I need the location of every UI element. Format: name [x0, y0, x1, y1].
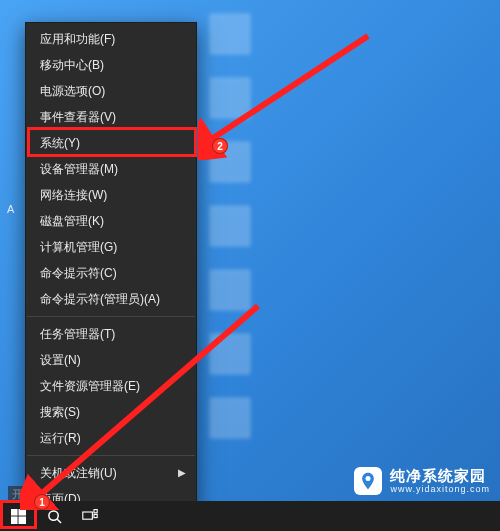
menu-item-label: 任务管理器(T): [40, 327, 115, 341]
menu-settings[interactable]: 设置(N): [26, 347, 196, 373]
menu-item-label: 关机或注销(U): [40, 466, 117, 480]
menu-item-label: 文件资源管理器(E): [40, 379, 140, 393]
svg-rect-1: [18, 509, 26, 516]
menu-item-label: 命令提示符(C): [40, 266, 117, 280]
menu-mobility-center[interactable]: 移动中心(B): [26, 52, 196, 78]
svg-rect-0: [11, 509, 18, 516]
menu-item-label: 电源选项(O): [40, 84, 105, 98]
taskbar: [0, 501, 500, 531]
svg-line-5: [57, 519, 61, 523]
watermark-url: www.yidaxitong.com: [390, 484, 490, 494]
svg-rect-2: [11, 516, 18, 524]
menu-task-manager[interactable]: 任务管理器(T): [26, 321, 196, 347]
windows-logo-icon: [11, 509, 26, 524]
winx-context-menu: 应用和功能(F) 移动中心(B) 电源选项(O) 事件查看器(V) 系统(Y) …: [25, 22, 197, 516]
svg-rect-6: [83, 512, 93, 519]
svg-rect-7: [94, 510, 97, 513]
task-view-button[interactable]: [72, 501, 108, 531]
watermark-logo-icon: [354, 467, 382, 495]
menu-computer-management[interactable]: 计算机管理(G): [26, 234, 196, 260]
chevron-right-icon: ▶: [178, 460, 186, 486]
annotation-step-badge-2: 2: [212, 138, 228, 154]
menu-shutdown-signout[interactable]: 关机或注销(U) ▶: [26, 460, 196, 486]
watermark-title: 纯净系统家园: [390, 467, 490, 484]
annotation-step-badge-1: 1: [34, 494, 50, 510]
menu-run[interactable]: 运行(R): [26, 425, 196, 451]
task-view-icon: [82, 509, 98, 523]
menu-device-manager[interactable]: 设备管理器(M): [26, 156, 196, 182]
svg-rect-8: [94, 514, 97, 517]
menu-file-explorer[interactable]: 文件资源管理器(E): [26, 373, 196, 399]
svg-rect-3: [18, 516, 26, 524]
start-button[interactable]: [0, 501, 36, 531]
menu-power-options[interactable]: 电源选项(O): [26, 78, 196, 104]
menu-item-label: 网络连接(W): [40, 188, 107, 202]
desktop-icon[interactable]: [210, 398, 250, 438]
menu-cmd[interactable]: 命令提示符(C): [26, 260, 196, 286]
menu-search[interactable]: 搜索(S): [26, 399, 196, 425]
menu-network-connections[interactable]: 网络连接(W): [26, 182, 196, 208]
menu-cmd-admin[interactable]: 命令提示符(管理员)(A): [26, 286, 196, 312]
desktop-icons-column: [200, 0, 260, 462]
desktop-icon[interactable]: [210, 334, 250, 374]
watermark: 纯净系统家园 www.yidaxitong.com: [354, 467, 490, 495]
menu-item-label: 命令提示符(管理员)(A): [40, 292, 160, 306]
menu-item-label: 运行(R): [40, 431, 81, 445]
search-icon: [47, 509, 62, 524]
menu-item-label: 搜索(S): [40, 405, 80, 419]
watermark-text: 纯净系统家园 www.yidaxitong.com: [390, 467, 490, 495]
menu-disk-management[interactable]: 磁盘管理(K): [26, 208, 196, 234]
menu-separator: [27, 316, 195, 317]
desktop-icon[interactable]: [210, 206, 250, 246]
menu-item-label: 设备管理器(M): [40, 162, 118, 176]
desktop-icon[interactable]: [210, 270, 250, 310]
desktop-icon[interactable]: [210, 14, 250, 54]
svg-point-4: [48, 510, 57, 519]
menu-system[interactable]: 系统(Y): [26, 130, 196, 156]
menu-apps-features[interactable]: 应用和功能(F): [26, 26, 196, 52]
menu-item-label: 系统(Y): [40, 136, 80, 150]
menu-item-label: 磁盘管理(K): [40, 214, 104, 228]
menu-event-viewer[interactable]: 事件查看器(V): [26, 104, 196, 130]
menu-item-label: 计算机管理(G): [40, 240, 117, 254]
desktop-icon[interactable]: [210, 78, 250, 118]
menu-item-label: 移动中心(B): [40, 58, 104, 72]
menu-item-label: 应用和功能(F): [40, 32, 115, 46]
menu-item-label: 设置(N): [40, 353, 81, 367]
menu-separator: [27, 455, 195, 456]
menu-item-label: 事件查看器(V): [40, 110, 116, 124]
